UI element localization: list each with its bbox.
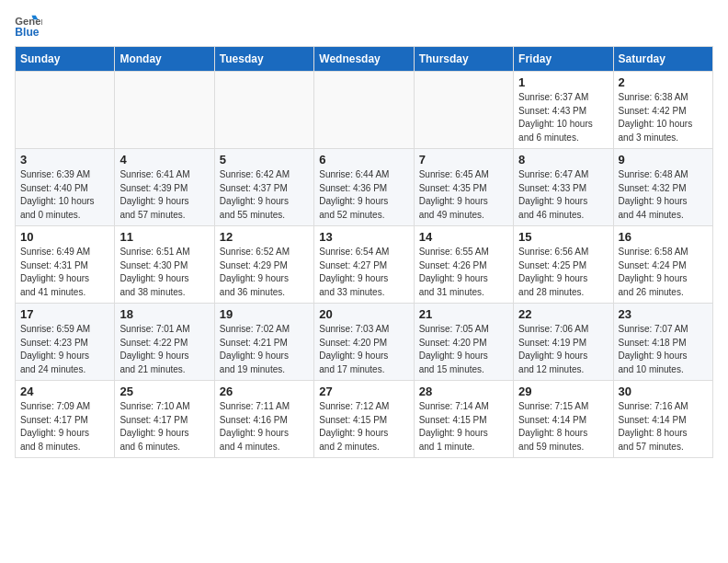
- day-number: 26: [220, 385, 309, 398]
- calendar-cell: 13Sunrise: 6:54 AM Sunset: 4:27 PM Dayli…: [314, 226, 414, 304]
- svg-text:Blue: Blue: [15, 26, 40, 39]
- weekday-header-sunday: Sunday: [16, 47, 115, 72]
- day-info: Sunrise: 6:37 AM Sunset: 4:43 PM Dayligh…: [518, 91, 608, 144]
- day-info: Sunrise: 6:58 AM Sunset: 4:24 PM Dayligh…: [619, 246, 708, 299]
- day-number: 29: [518, 385, 608, 398]
- weekday-header-monday: Monday: [115, 47, 214, 72]
- day-info: Sunrise: 6:47 AM Sunset: 4:33 PM Dayligh…: [518, 168, 608, 222]
- day-info: Sunrise: 6:38 AM Sunset: 4:42 PM Dayligh…: [619, 91, 708, 144]
- day-info: Sunrise: 6:48 AM Sunset: 4:32 PM Dayligh…: [619, 168, 708, 222]
- calendar-cell: 18Sunrise: 7:01 AM Sunset: 4:22 PM Dayli…: [115, 304, 214, 381]
- day-number: 9: [619, 153, 708, 167]
- day-info: Sunrise: 7:16 AM Sunset: 4:14 PM Dayligh…: [619, 400, 708, 454]
- calendar-cell: 11Sunrise: 6:51 AM Sunset: 4:30 PM Dayli…: [115, 226, 214, 304]
- calendar-cell: 26Sunrise: 7:11 AM Sunset: 4:16 PM Dayli…: [214, 381, 313, 458]
- calendar-cell: 12Sunrise: 6:52 AM Sunset: 4:29 PM Dayli…: [214, 226, 313, 304]
- day-number: 3: [20, 153, 109, 167]
- day-number: 16: [619, 230, 708, 244]
- calendar-cell: 24Sunrise: 7:09 AM Sunset: 4:17 PM Dayli…: [16, 381, 115, 458]
- weekday-header-friday: Friday: [514, 47, 613, 72]
- day-number: 18: [119, 307, 209, 321]
- day-number: 2: [619, 75, 708, 89]
- day-number: 1: [518, 75, 608, 89]
- day-info: Sunrise: 6:45 AM Sunset: 4:35 PM Dayligh…: [419, 168, 508, 222]
- calendar-cell: 20Sunrise: 7:03 AM Sunset: 4:20 PM Dayli…: [314, 304, 414, 381]
- calendar-week-2: 3Sunrise: 6:39 AM Sunset: 4:40 PM Daylig…: [16, 149, 713, 226]
- day-info: Sunrise: 7:14 AM Sunset: 4:15 PM Dayligh…: [419, 400, 508, 454]
- calendar-cell: [314, 72, 414, 149]
- day-info: Sunrise: 7:05 AM Sunset: 4:20 PM Dayligh…: [419, 323, 508, 376]
- calendar-cell: 5Sunrise: 6:42 AM Sunset: 4:37 PM Daylig…: [214, 149, 313, 226]
- calendar-cell: 22Sunrise: 7:06 AM Sunset: 4:19 PM Dayli…: [514, 304, 613, 381]
- day-info: Sunrise: 7:01 AM Sunset: 4:22 PM Dayligh…: [119, 323, 209, 376]
- day-number: 25: [119, 385, 209, 398]
- day-info: Sunrise: 7:09 AM Sunset: 4:17 PM Dayligh…: [20, 400, 109, 454]
- calendar-cell: 6Sunrise: 6:44 AM Sunset: 4:36 PM Daylig…: [314, 149, 414, 226]
- calendar-cell: 3Sunrise: 6:39 AM Sunset: 4:40 PM Daylig…: [16, 149, 115, 226]
- calendar-cell: [414, 72, 513, 149]
- day-number: 6: [319, 153, 408, 167]
- calendar-cell: 28Sunrise: 7:14 AM Sunset: 4:15 PM Dayli…: [414, 381, 513, 458]
- day-info: Sunrise: 6:52 AM Sunset: 4:29 PM Dayligh…: [220, 246, 309, 299]
- calendar-cell: 23Sunrise: 7:07 AM Sunset: 4:18 PM Dayli…: [613, 304, 712, 381]
- calendar-cell: 25Sunrise: 7:10 AM Sunset: 4:17 PM Dayli…: [115, 381, 214, 458]
- day-info: Sunrise: 6:54 AM Sunset: 4:27 PM Dayligh…: [319, 246, 408, 299]
- weekday-header-thursday: Thursday: [414, 47, 513, 72]
- day-info: Sunrise: 7:07 AM Sunset: 4:18 PM Dayligh…: [619, 323, 708, 376]
- calendar-week-4: 17Sunrise: 6:59 AM Sunset: 4:23 PM Dayli…: [16, 304, 713, 381]
- day-number: 11: [119, 230, 209, 244]
- day-info: Sunrise: 6:42 AM Sunset: 4:37 PM Dayligh…: [220, 168, 309, 222]
- calendar-cell: [16, 72, 115, 149]
- calendar-week-3: 10Sunrise: 6:49 AM Sunset: 4:31 PM Dayli…: [16, 226, 713, 304]
- calendar-cell: 19Sunrise: 7:02 AM Sunset: 4:21 PM Dayli…: [214, 304, 313, 381]
- day-info: Sunrise: 6:55 AM Sunset: 4:26 PM Dayligh…: [419, 246, 508, 299]
- day-number: 5: [220, 153, 309, 167]
- day-info: Sunrise: 7:15 AM Sunset: 4:14 PM Dayligh…: [518, 400, 608, 454]
- day-number: 14: [419, 230, 508, 244]
- logo: General Blue: [15, 15, 42, 39]
- day-number: 30: [619, 385, 708, 398]
- day-info: Sunrise: 6:51 AM Sunset: 4:30 PM Dayligh…: [119, 246, 209, 299]
- day-number: 24: [20, 385, 109, 398]
- calendar-cell: 16Sunrise: 6:58 AM Sunset: 4:24 PM Dayli…: [613, 226, 712, 304]
- calendar-cell: 17Sunrise: 6:59 AM Sunset: 4:23 PM Dayli…: [16, 304, 115, 381]
- calendar-header-row: SundayMondayTuesdayWednesdayThursdayFrid…: [16, 47, 713, 72]
- day-info: Sunrise: 6:39 AM Sunset: 4:40 PM Dayligh…: [20, 168, 109, 222]
- calendar-cell: 15Sunrise: 6:56 AM Sunset: 4:25 PM Dayli…: [514, 226, 613, 304]
- svg-text:General: General: [15, 16, 42, 27]
- calendar-cell: 8Sunrise: 6:47 AM Sunset: 4:33 PM Daylig…: [514, 149, 613, 226]
- day-number: 21: [419, 307, 508, 321]
- day-number: 17: [20, 307, 109, 321]
- day-info: Sunrise: 6:41 AM Sunset: 4:39 PM Dayligh…: [119, 168, 209, 222]
- day-info: Sunrise: 6:59 AM Sunset: 4:23 PM Dayligh…: [20, 323, 109, 376]
- header: General Blue: [15, 15, 713, 39]
- calendar-cell: 10Sunrise: 6:49 AM Sunset: 4:31 PM Dayli…: [16, 226, 115, 304]
- day-number: 10: [20, 230, 109, 244]
- calendar-cell: 1Sunrise: 6:37 AM Sunset: 4:43 PM Daylig…: [514, 72, 613, 149]
- day-info: Sunrise: 7:03 AM Sunset: 4:20 PM Dayligh…: [319, 323, 408, 376]
- day-number: 13: [319, 230, 408, 244]
- calendar-cell: 7Sunrise: 6:45 AM Sunset: 4:35 PM Daylig…: [414, 149, 513, 226]
- day-number: 22: [518, 307, 608, 321]
- calendar-cell: 29Sunrise: 7:15 AM Sunset: 4:14 PM Dayli…: [514, 381, 613, 458]
- day-number: 12: [220, 230, 309, 244]
- weekday-header-saturday: Saturday: [613, 47, 712, 72]
- day-info: Sunrise: 7:10 AM Sunset: 4:17 PM Dayligh…: [119, 400, 209, 454]
- day-number: 7: [419, 153, 508, 167]
- calendar-cell: 2Sunrise: 6:38 AM Sunset: 4:42 PM Daylig…: [613, 72, 712, 149]
- calendar-cell: 4Sunrise: 6:41 AM Sunset: 4:39 PM Daylig…: [115, 149, 214, 226]
- day-number: 27: [319, 385, 408, 398]
- calendar-cell: 9Sunrise: 6:48 AM Sunset: 4:32 PM Daylig…: [613, 149, 712, 226]
- day-number: 23: [619, 307, 708, 321]
- calendar-cell: 21Sunrise: 7:05 AM Sunset: 4:20 PM Dayli…: [414, 304, 513, 381]
- day-info: Sunrise: 7:06 AM Sunset: 4:19 PM Dayligh…: [518, 323, 608, 376]
- weekday-header-tuesday: Tuesday: [214, 47, 313, 72]
- day-number: 19: [220, 307, 309, 321]
- calendar-cell: [214, 72, 313, 149]
- day-info: Sunrise: 7:11 AM Sunset: 4:16 PM Dayligh…: [220, 400, 309, 454]
- calendar-week-5: 24Sunrise: 7:09 AM Sunset: 4:17 PM Dayli…: [16, 381, 713, 458]
- logo-icon: General Blue: [15, 15, 42, 39]
- day-number: 20: [319, 307, 408, 321]
- calendar-cell: 30Sunrise: 7:16 AM Sunset: 4:14 PM Dayli…: [613, 381, 712, 458]
- day-info: Sunrise: 6:44 AM Sunset: 4:36 PM Dayligh…: [319, 168, 408, 222]
